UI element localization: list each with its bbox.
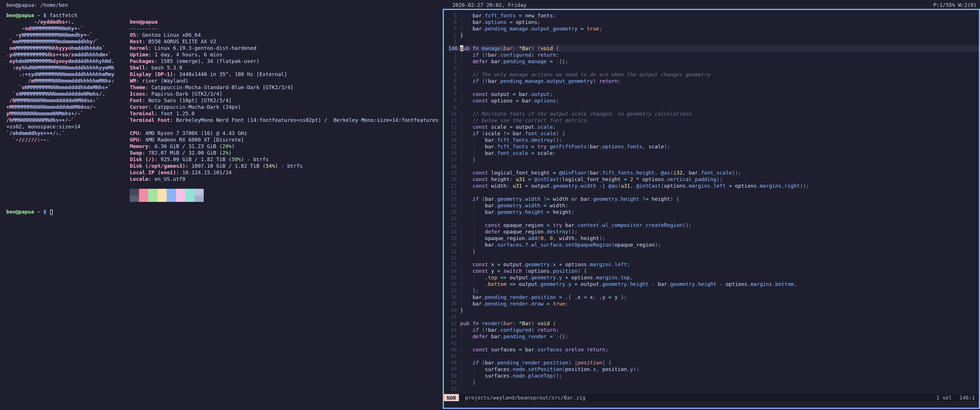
code-line[interactable]: 2│ defer bar.pending_manage = .{}; bbox=[448, 58, 979, 65]
code-line[interactable]: 14│ │ bar.fcft_fonts.destroy(); bbox=[448, 137, 979, 143]
code-line[interactable]: 146pub fn manage(bar: *Bar) !void { bbox=[448, 45, 979, 51]
code-line[interactable]: 17│ } bbox=[448, 156, 979, 163]
code-line[interactable]: 28│ │ defer opaque_region.destroy(); bbox=[448, 228, 979, 235]
code-line[interactable]: 16│ │ bar.font_scale = scale; bbox=[448, 150, 979, 156]
pun-text: . bbox=[544, 229, 547, 235]
bar-right-status: P:1/55% W:2(9) bbox=[933, 2, 977, 8]
ascii-logo-segment: /mMMMMMMNNNmmmdddhhhhhmMNhs: bbox=[6, 78, 130, 84]
mem-text: geometry bbox=[497, 209, 522, 215]
code-line[interactable]: 39│ bar.pending_render.draw = true; bbox=[448, 300, 979, 307]
fg-text: ) bbox=[229, 150, 232, 156]
indent-guide: │ │ bbox=[460, 242, 485, 248]
code-line[interactable]: 23│ if (bar.geometry.width != width or b… bbox=[448, 195, 979, 202]
lp-text: ` bbox=[102, 45, 105, 51]
pun-text: . bbox=[497, 78, 500, 84]
kw-text: or bbox=[568, 196, 581, 202]
txt-text: options bbox=[664, 183, 686, 189]
code-line[interactable]: 12│ const scale = output.scale; bbox=[448, 124, 979, 130]
pun-text: ) { bbox=[556, 130, 565, 137]
code-line[interactable]: 49│ │ surfaces.node.setPosition(position… bbox=[448, 366, 979, 372]
editor-pane[interactable]: 5│ bar.fcft_fonts = new_fonts;4│ bar.opt… bbox=[443, 9, 980, 409]
ll-text: +sydNMMMMMNNNmmmdddhhhhhhmMmy bbox=[25, 71, 114, 77]
code-line[interactable]: 36│ │ .bottom => output.geometry.y + out… bbox=[448, 281, 979, 287]
code-line[interactable]: 27│ │ const opaque_region = try bar.cont… bbox=[448, 222, 979, 228]
code-line[interactable]: 25│ │ bar.geometry.height = height; bbox=[448, 209, 979, 215]
fg-text: : Catppuccin-Mocha-Dark (24px) bbox=[148, 104, 241, 110]
fg-text bbox=[40, 209, 43, 215]
terminal-pane[interactable]: ben@papua ~ $ fastfetch -/oyddmdhs+:.ben… bbox=[6, 12, 442, 215]
code-line[interactable]: 6 bbox=[448, 84, 979, 91]
mem-text: x bbox=[553, 261, 556, 267]
code-line[interactable]: 35│ │ .top => output.geometry.y + option… bbox=[448, 274, 979, 281]
pun-text: ( bbox=[587, 143, 590, 149]
code-line[interactable]: 45 bbox=[448, 340, 979, 346]
code-line[interactable]: 40} bbox=[448, 307, 979, 313]
code-line[interactable]: 3│ bar.pending_manage.output_geometry = … bbox=[448, 25, 979, 32]
txt-text: bar bbox=[658, 281, 667, 287]
code-line[interactable]: 43│ if (!bar.configured) return; bbox=[448, 327, 979, 333]
code-line[interactable]: 46│ const surfaces = bar.surfaces orelse… bbox=[448, 346, 979, 353]
txt-text: bar bbox=[488, 327, 497, 333]
code-line[interactable]: 37│ }; bbox=[448, 287, 979, 294]
code-line[interactable]: 32 bbox=[448, 254, 979, 261]
color-swatch bbox=[158, 189, 167, 195]
fnc-text: @intCast bbox=[636, 183, 661, 189]
code-line[interactable]: 4│ bar.options = options; bbox=[448, 19, 979, 25]
code-line[interactable]: 24│ │ bar.geometry.width = width; bbox=[448, 202, 979, 209]
fg-text: : AMD Radeon RX 6800 XT [Discrete] bbox=[139, 137, 244, 143]
code-line[interactable]: 29│ │ opaque_region.add(0, 0, width, hei… bbox=[448, 235, 979, 242]
fnc-text: add bbox=[528, 235, 538, 241]
code-line[interactable]: 52 bbox=[448, 386, 979, 392]
typ-text: void bbox=[537, 320, 550, 326]
opr-text: = bbox=[550, 170, 559, 176]
code-line[interactable]: 31│ } bbox=[448, 248, 979, 254]
code-line[interactable]: 2} bbox=[448, 32, 979, 38]
mem-text: configured bbox=[500, 52, 531, 58]
code-line[interactable]: 47 bbox=[448, 353, 979, 359]
code-line[interactable]: 50│ │ surfaces.node.placeTop(); bbox=[448, 372, 979, 379]
code-line[interactable]: 5│ bar.fcft_fonts = new_fonts; bbox=[448, 12, 979, 19]
code-line[interactable]: 44│ defer bar.pending_render = .{}; bbox=[448, 333, 979, 340]
txt-text: bar bbox=[485, 242, 494, 248]
lp-text: .y bbox=[6, 51, 13, 57]
fg-text: : BerkeleyMono Nerd Font (14:fontfeature… bbox=[170, 117, 438, 123]
code-line[interactable]: 22 bbox=[448, 189, 979, 195]
code-line[interactable]: 4│ // The only manage actions we need to… bbox=[448, 71, 979, 78]
fnc-text: createRegion bbox=[646, 222, 682, 228]
code-line[interactable]: 48│ if (bar.pending_render.position) |po… bbox=[448, 359, 979, 366]
opr-text: ! bbox=[485, 327, 488, 333]
code-line[interactable]: 19│ const logical_font_height = @divFloo… bbox=[448, 169, 979, 176]
code-line[interactable]: 9 bbox=[448, 104, 979, 110]
pun-text: (); bbox=[553, 137, 562, 143]
code-line[interactable]: 30│ │ bar.surfaces.?.wl_surface.setOpaqu… bbox=[448, 242, 979, 248]
b-text: ~ bbox=[37, 12, 40, 18]
txt-text: bar bbox=[473, 294, 482, 300]
txt-text: bar bbox=[473, 25, 482, 32]
code-line[interactable]: 15│ │ bar.fcft_fonts = try getFcftFonts(… bbox=[448, 143, 979, 150]
code-line[interactable]: 21│ const width: u31 = output.geometry.w… bbox=[448, 183, 979, 189]
code-line[interactable]: 7│ const output = bar.output; bbox=[448, 91, 979, 97]
line-number: 46 bbox=[448, 346, 460, 353]
lp-text: +M bbox=[6, 104, 13, 110]
code-line[interactable]: 34│ const y = switch (options.position) … bbox=[448, 268, 979, 274]
code-line[interactable]: 1 bbox=[448, 38, 979, 45]
code-line[interactable]: 26 bbox=[448, 215, 979, 222]
code-line[interactable]: 51│ } bbox=[448, 379, 979, 386]
code-line[interactable]: 13│ if (scale != bar.font_scale) { bbox=[448, 130, 979, 137]
code-line[interactable]: 41 bbox=[448, 313, 979, 320]
code-line[interactable]: 38│ bar.pending_render.position = .{ .x … bbox=[448, 294, 979, 300]
code-line[interactable]: 11│ // below use the correct font metric… bbox=[448, 117, 979, 124]
code-line[interactable]: 10│ // Recreate fonts if the output scal… bbox=[448, 110, 979, 117]
code-line[interactable]: 3 bbox=[448, 65, 979, 71]
code-line[interactable]: 5│ if (!bar.pending_manage.output_geomet… bbox=[448, 78, 979, 84]
code-line[interactable]: 18 bbox=[448, 163, 979, 169]
key-text: Shell bbox=[130, 65, 145, 71]
code-line[interactable]: 42pub fn render(bar: *Bar) void { bbox=[448, 320, 979, 327]
opr-text: = bbox=[547, 58, 556, 64]
code-area[interactable]: 5│ bar.fcft_fonts = new_fonts;4│ bar.opt… bbox=[444, 10, 979, 394]
code-line[interactable]: 33│ const x = output.geometry.x + option… bbox=[448, 261, 979, 268]
code-line[interactable]: 8│ const options = bar.options; bbox=[448, 97, 979, 104]
code-line[interactable]: 20│ const height: u31 = @intCast(logical… bbox=[448, 176, 979, 183]
pun-text: ); bbox=[633, 366, 639, 372]
code-line[interactable]: 1│ if (!bar.configured) return; bbox=[448, 51, 979, 58]
